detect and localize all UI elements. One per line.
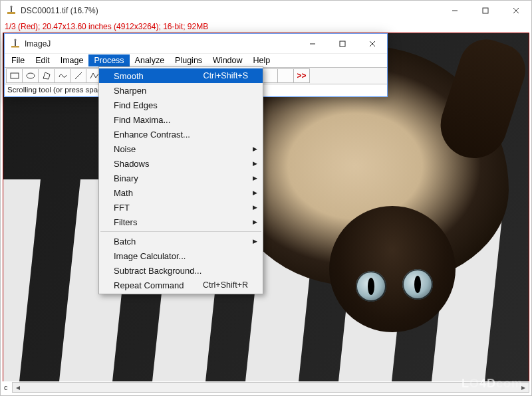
svg-point-9 [14, 39, 16, 41]
menu-item-math[interactable]: Math [99, 185, 263, 200]
svg-rect-7 [11, 46, 19, 48]
svg-rect-11 [340, 41, 345, 47]
menu-item-find-edges[interactable]: Find Edges [99, 98, 263, 112]
imagej-close-button[interactable] [357, 35, 387, 53]
imagej-menubar: File Edit Image Process Analyze Plugins … [5, 54, 387, 67]
tool-polygon[interactable] [38, 68, 55, 83]
app-icon [6, 5, 17, 16]
menu-plugins[interactable]: Plugins [170, 54, 207, 66]
menu-separator [100, 231, 261, 232]
imagej-title: ImageJ [25, 39, 297, 49]
svg-rect-4 [483, 8, 488, 13]
svg-point-15 [27, 73, 35, 78]
tool-divider[interactable] [261, 68, 278, 83]
tool-line[interactable] [70, 68, 86, 83]
menu-image[interactable]: Image [55, 54, 89, 66]
tool-dev[interactable] [277, 68, 294, 83]
tool-more[interactable]: >> [293, 68, 310, 83]
menu-item-find-maxima[interactable]: Find Maxima... [99, 112, 263, 127]
menu-item-repeat-command[interactable]: Repeat CommandCtrl+Shift+R [99, 278, 263, 292]
menu-file[interactable]: File [6, 54, 30, 66]
menu-edit[interactable]: Edit [30, 54, 55, 66]
svg-rect-14 [11, 73, 19, 78]
imagej-icon [10, 39, 21, 49]
menu-window[interactable]: Window [207, 54, 247, 66]
svg-point-2 [10, 5, 12, 7]
process-menu-dropdown: SmoothCtrl+Shift+S Sharpen Find Edges Fi… [98, 66, 263, 294]
menu-analyze[interactable]: Analyze [130, 54, 170, 66]
tool-oval[interactable] [22, 68, 39, 83]
menu-item-noise[interactable]: Noise [99, 142, 263, 156]
imagej-titlebar[interactable]: ImageJ [5, 34, 387, 54]
menu-item-batch[interactable]: Batch [99, 234, 263, 248]
menu-item-smooth[interactable]: SmoothCtrl+Shift+S [99, 68, 263, 83]
watermark: LO4Dcom [462, 377, 523, 391]
svg-marker-16 [43, 72, 50, 79]
menu-item-sharpen[interactable]: Sharpen [99, 83, 263, 98]
footer-label: c [3, 383, 12, 391]
close-button[interactable] [501, 1, 531, 21]
image-window-titlebar[interactable]: DSC00011.tif (16.7%) [1, 1, 531, 21]
menu-item-fft[interactable]: FFT [99, 200, 263, 215]
menu-help[interactable]: Help [248, 54, 276, 66]
image-window-title: DSC00011.tif (16.7%) [21, 6, 440, 15]
menu-item-image-calculator[interactable]: Image Calculator... [99, 248, 263, 263]
image-info-strip: 1/3 (Red); 20.47x13.60 inches (4912x3264… [1, 21, 531, 33]
imagej-maximize-button[interactable] [327, 35, 357, 53]
maximize-button[interactable] [470, 1, 501, 21]
menu-item-shadows[interactable]: Shadows [99, 156, 263, 171]
svg-line-17 [75, 72, 82, 79]
imagej-minimize-button[interactable] [297, 35, 327, 53]
menu-process[interactable]: Process [88, 54, 129, 66]
menu-item-filters[interactable]: Filters [99, 215, 263, 229]
horizontal-scrollbar[interactable]: ◂ ▸ [12, 382, 529, 393]
tool-freehand[interactable] [54, 68, 70, 83]
menu-item-enhance-contrast[interactable]: Enhance Contrast... [99, 127, 263, 142]
menu-item-subtract-background[interactable]: Subtract Background... [99, 263, 263, 278]
menu-item-binary[interactable]: Binary [99, 171, 263, 185]
scroll-left-button[interactable]: ◂ [13, 383, 23, 392]
minimize-button[interactable] [440, 1, 470, 21]
tool-rectangle[interactable] [6, 68, 23, 83]
svg-rect-0 [7, 12, 15, 14]
